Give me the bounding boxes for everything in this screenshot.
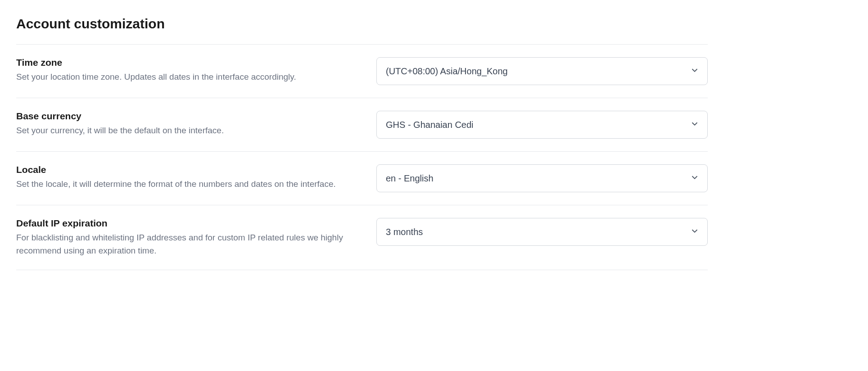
setting-title-timezone: Time zone — [16, 57, 358, 68]
setting-label: Time zone Set your location time zone. U… — [16, 57, 358, 84]
account-customization-section: Account customization Time zone Set your… — [16, 16, 708, 270]
timezone-select[interactable]: (UTC+08:00) Asia/Hong_Kong — [376, 57, 708, 85]
setting-description-ip-expiration: For blacklisting and whitelisting IP add… — [16, 231, 358, 257]
setting-control: GHS - Ghanaian Cedi — [376, 111, 708, 139]
setting-description-locale: Set the locale, it will determine the fo… — [16, 178, 358, 191]
ip-expiration-select[interactable]: 3 months — [376, 218, 708, 246]
setting-description-currency: Set your currency, it will be the defaul… — [16, 124, 358, 137]
select-wrapper: en - English — [376, 164, 708, 192]
locale-select[interactable]: en - English — [376, 164, 708, 192]
setting-label: Locale Set the locale, it will determine… — [16, 164, 358, 191]
currency-select[interactable]: GHS - Ghanaian Cedi — [376, 111, 708, 139]
setting-label: Default IP expiration For blacklisting a… — [16, 218, 358, 257]
select-wrapper: (UTC+08:00) Asia/Hong_Kong — [376, 57, 708, 85]
setting-label: Base currency Set your currency, it will… — [16, 111, 358, 137]
setting-description-timezone: Set your location time zone. Updates all… — [16, 71, 358, 84]
select-wrapper: 3 months — [376, 218, 708, 246]
setting-row-ip-expiration: Default IP expiration For blacklisting a… — [16, 205, 708, 270]
setting-row-timezone: Time zone Set your location time zone. U… — [16, 45, 708, 98]
setting-control: 3 months — [376, 218, 708, 246]
setting-title-currency: Base currency — [16, 111, 358, 122]
setting-control: (UTC+08:00) Asia/Hong_Kong — [376, 57, 708, 85]
select-wrapper: GHS - Ghanaian Cedi — [376, 111, 708, 139]
setting-row-currency: Base currency Set your currency, it will… — [16, 98, 708, 151]
setting-title-ip-expiration: Default IP expiration — [16, 218, 358, 229]
setting-control: en - English — [376, 164, 708, 192]
divider — [16, 270, 708, 270]
page-title: Account customization — [16, 16, 708, 32]
setting-title-locale: Locale — [16, 164, 358, 175]
setting-row-locale: Locale Set the locale, it will determine… — [16, 152, 708, 205]
